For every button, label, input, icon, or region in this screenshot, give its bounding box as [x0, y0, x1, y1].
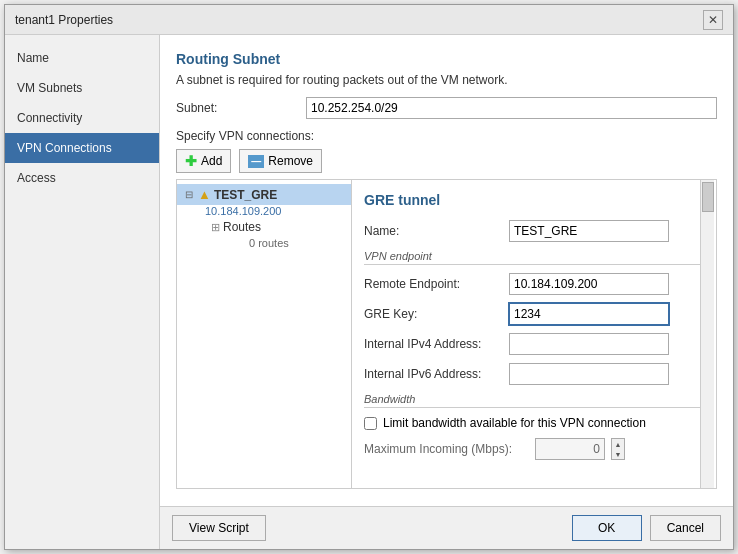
gre-key-label: GRE Key:: [364, 307, 509, 321]
connection-name: TEST_GRE: [214, 188, 277, 202]
internal-ipv4-input[interactable]: [509, 333, 669, 355]
internal-ipv4-row: Internal IPv4 Address:: [364, 333, 704, 355]
subnet-row: Subnet:: [176, 97, 717, 119]
tree-sub: ⊞ Routes 0 routes: [177, 217, 351, 249]
split-panel: ⊟ ▲ TEST_GRE 10.184.109.200 ⊞ Routes 0 r…: [176, 179, 717, 489]
view-script-button[interactable]: View Script: [172, 515, 266, 541]
spinner-up-button[interactable]: ▲: [612, 439, 624, 449]
bandwidth-section: Bandwidth Limit bandwidth available for …: [364, 393, 704, 460]
routes-count: 0 routes: [205, 237, 351, 249]
remove-button[interactable]: — Remove: [239, 149, 322, 173]
dialog-footer: View Script OK Cancel: [160, 506, 733, 549]
expand-icon: ⊟: [183, 189, 195, 200]
limit-bandwidth-label: Limit bandwidth available for this VPN c…: [383, 416, 646, 430]
bandwidth-title: Bandwidth: [364, 393, 704, 408]
subnet-label: Subnet:: [176, 101, 306, 115]
remote-endpoint-row: Remote Endpoint:: [364, 273, 704, 295]
dialog: tenant1 Properties ✕ Name VM Subnets Con…: [4, 4, 734, 550]
internal-ipv4-label: Internal IPv4 Address:: [364, 337, 509, 351]
content-area: Routing Subnet A subnet is required for …: [160, 35, 733, 506]
add-icon: ✚: [185, 154, 197, 168]
detail-panel: GRE tunnel Name: VPN endpoint Remote End…: [352, 180, 716, 488]
detail-name-row: Name:: [364, 220, 704, 242]
internal-ipv6-input[interactable]: [509, 363, 669, 385]
max-incoming-input[interactable]: [535, 438, 605, 460]
connection-ip: 10.184.109.200: [177, 205, 351, 217]
tree-panel: ⊟ ▲ TEST_GRE 10.184.109.200 ⊞ Routes 0 r…: [177, 180, 352, 488]
ok-button[interactable]: OK: [572, 515, 642, 541]
cancel-button[interactable]: Cancel: [650, 515, 721, 541]
tree-node-test-gre[interactable]: ⊟ ▲ TEST_GRE: [177, 184, 351, 205]
close-button[interactable]: ✕: [703, 10, 723, 30]
sidebar-item-connectivity[interactable]: Connectivity: [5, 103, 159, 133]
remote-endpoint-input[interactable]: [509, 273, 669, 295]
gre-key-row: GRE Key:: [364, 303, 704, 325]
internal-ipv6-row: Internal IPv6 Address:: [364, 363, 704, 385]
scrollbar[interactable]: [700, 180, 714, 488]
remove-icon: —: [248, 155, 264, 168]
network-icon: ▲: [198, 187, 211, 202]
sidebar-item-access[interactable]: Access: [5, 163, 159, 193]
sidebar-item-vm-subnets[interactable]: VM Subnets: [5, 73, 159, 103]
main-content: Routing Subnet A subnet is required for …: [160, 35, 733, 549]
internal-ipv6-label: Internal IPv6 Address:: [364, 367, 509, 381]
routes-icon: ⊞: [211, 221, 220, 234]
vpn-endpoint-divider: VPN endpoint: [364, 250, 704, 265]
spinner[interactable]: ▲ ▼: [611, 438, 625, 460]
scrollbar-thumb: [702, 182, 714, 212]
limit-bandwidth-row: Limit bandwidth available for this VPN c…: [364, 416, 704, 430]
detail-name-label: Name:: [364, 224, 509, 238]
max-incoming-row: Maximum Incoming (Mbps): ▲ ▼: [364, 438, 704, 460]
detail-name-input[interactable]: [509, 220, 669, 242]
sidebar-item-vpn-connections[interactable]: VPN Connections: [5, 133, 159, 163]
dialog-body: Name VM Subnets Connectivity VPN Connect…: [5, 35, 733, 549]
specify-label: Specify VPN connections:: [176, 129, 717, 143]
sidebar: Name VM Subnets Connectivity VPN Connect…: [5, 35, 160, 549]
footer-right: OK Cancel: [572, 515, 721, 541]
title-bar: tenant1 Properties ✕: [5, 5, 733, 35]
section-title: Routing Subnet: [176, 51, 717, 67]
sidebar-item-name[interactable]: Name: [5, 43, 159, 73]
add-button[interactable]: ✚ Add: [176, 149, 231, 173]
dialog-title: tenant1 Properties: [15, 13, 113, 27]
vpn-toolbar: ✚ Add — Remove: [176, 149, 717, 173]
section-desc: A subnet is required for routing packets…: [176, 73, 717, 87]
remote-endpoint-label: Remote Endpoint:: [364, 277, 509, 291]
detail-title: GRE tunnel: [364, 192, 704, 208]
subnet-input[interactable]: [306, 97, 717, 119]
max-incoming-label: Maximum Incoming (Mbps):: [364, 442, 529, 456]
tree-node-routes[interactable]: ⊞ Routes: [205, 217, 351, 237]
spinner-down-button[interactable]: ▼: [612, 449, 624, 459]
gre-key-input[interactable]: [509, 303, 669, 325]
limit-bandwidth-checkbox[interactable]: [364, 417, 377, 430]
